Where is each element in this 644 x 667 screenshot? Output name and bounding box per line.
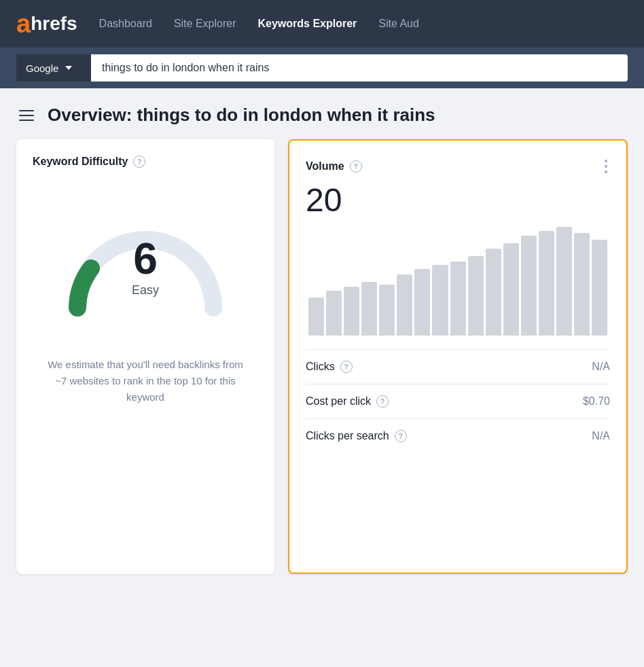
chevron-down-icon bbox=[65, 66, 72, 70]
nav-link-dashboard[interactable]: Dashboard bbox=[99, 18, 152, 30]
nav-link-site-explorer[interactable]: Site Explorer bbox=[174, 18, 236, 30]
logo-a-letter: a bbox=[16, 11, 31, 37]
menu-icon[interactable] bbox=[16, 107, 37, 124]
bar-14 bbox=[556, 227, 572, 336]
bar-8 bbox=[450, 262, 466, 336]
bar-13 bbox=[539, 231, 554, 336]
kd-help-icon[interactable]: ? bbox=[133, 156, 145, 168]
bar-2 bbox=[344, 287, 359, 336]
logo-hrefs-text: hrefs bbox=[31, 14, 77, 33]
volume-card-title: Volume bbox=[306, 160, 344, 173]
gauge-center: 6 Easy bbox=[132, 237, 159, 298]
cps-value: N/A bbox=[592, 430, 610, 442]
clicks-help-icon[interactable]: ? bbox=[340, 361, 353, 373]
nav-bar: a hrefs Dashboard Site Explorer Keywords… bbox=[0, 0, 644, 48]
cpc-help-icon[interactable]: ? bbox=[376, 395, 389, 408]
volume-bar-chart bbox=[306, 227, 610, 336]
gauge-chart: 6 Easy bbox=[57, 192, 234, 328]
bar-1 bbox=[326, 291, 342, 336]
clicks-label-group: Clicks ? bbox=[306, 361, 353, 373]
volume-card-header: Volume ? bbox=[306, 157, 610, 176]
bar-12 bbox=[521, 236, 537, 336]
gauge-score: 6 bbox=[132, 237, 159, 281]
bar-11 bbox=[503, 243, 519, 336]
clicks-value: N/A bbox=[592, 361, 610, 373]
nav-link-site-audit[interactable]: Site Aud bbox=[378, 18, 419, 30]
bar-6 bbox=[414, 269, 430, 336]
volume-title-group: Volume ? bbox=[306, 160, 362, 173]
stat-row-cps: Clicks per search ? N/A bbox=[306, 419, 610, 453]
bar-7 bbox=[432, 265, 448, 336]
cps-label-group: Clicks per search ? bbox=[306, 430, 407, 442]
bar-5 bbox=[397, 274, 412, 336]
volume-value: 20 bbox=[306, 181, 610, 219]
stat-row-clicks: Clicks ? N/A bbox=[306, 350, 610, 384]
bar-15 bbox=[574, 233, 590, 336]
volume-help-icon[interactable]: ? bbox=[350, 160, 362, 173]
kd-card-title: Keyword Difficulty bbox=[33, 156, 128, 168]
stat-row-cpc: Cost per click ? $0.70 bbox=[306, 384, 610, 418]
page-title: Overview: things to do in london when it… bbox=[48, 105, 435, 126]
cpc-label-group: Cost per click ? bbox=[306, 395, 389, 408]
bar-3 bbox=[361, 282, 377, 336]
search-input[interactable] bbox=[91, 54, 628, 82]
nav-link-keywords-explorer[interactable]: Keywords Explorer bbox=[257, 18, 357, 30]
page-body: Overview: things to do in london when it… bbox=[0, 88, 644, 590]
cpc-label: Cost per click bbox=[306, 395, 371, 408]
bar-4 bbox=[379, 285, 395, 336]
cps-label: Clicks per search bbox=[306, 430, 389, 442]
volume-card: Volume ? 20 Clicks ? N/A bbox=[288, 139, 628, 574]
clicks-label: Clicks bbox=[306, 361, 335, 373]
kd-description: We estimate that you'll need backlinks f… bbox=[33, 357, 258, 405]
keyword-difficulty-card: Keyword Difficulty ? 6 Easy We estimate … bbox=[16, 139, 274, 574]
logo[interactable]: a hrefs bbox=[16, 11, 77, 37]
engine-label: Google bbox=[26, 62, 58, 74]
kd-card-header: Keyword Difficulty ? bbox=[33, 156, 258, 168]
cards-container: Keyword Difficulty ? 6 Easy We estimate … bbox=[16, 139, 628, 574]
gauge-label: Easy bbox=[132, 283, 159, 298]
search-engine-selector[interactable]: Google bbox=[16, 54, 91, 82]
bar-0 bbox=[308, 298, 324, 336]
search-bar: Google bbox=[0, 48, 644, 88]
bar-10 bbox=[486, 249, 501, 336]
cpc-value: $0.70 bbox=[583, 395, 610, 408]
nav-links: Dashboard Site Explorer Keywords Explore… bbox=[99, 18, 419, 30]
bar-16 bbox=[592, 240, 607, 336]
cps-help-icon[interactable]: ? bbox=[395, 430, 407, 442]
page-title-row: Overview: things to do in london when it… bbox=[16, 105, 628, 126]
more-options-icon[interactable] bbox=[602, 157, 610, 176]
bar-9 bbox=[468, 256, 484, 336]
